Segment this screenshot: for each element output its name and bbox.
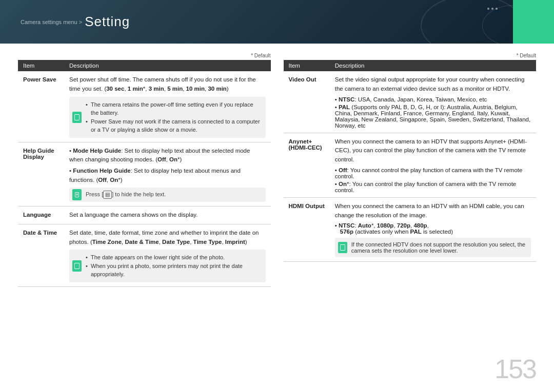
table-row: Video Out Set the video signal output ap… — [284, 71, 537, 133]
breadcrumb: Camera settings menu > — [21, 19, 82, 25]
date-time-note: The date appears on the lower right side… — [69, 250, 266, 282]
item-power-save: Power Save — [18, 71, 64, 142]
table-row: Language Set a language the camera shows… — [18, 206, 271, 224]
right-table: Item Description Video Out Set the video… — [284, 60, 537, 262]
default-label-left: * Default — [18, 53, 271, 58]
left-col-item: Item — [18, 60, 64, 71]
left-col-desc: Description — [64, 60, 271, 71]
table-row: HDMI Output When you connect the camera … — [284, 198, 537, 262]
table-row: Help GuideDisplay • Mode Help Guide: Set… — [18, 142, 271, 206]
hdmi-note: If the connected HDTV does not support t… — [335, 238, 531, 257]
note-icon — [338, 242, 347, 253]
press-hide-box: Press [▤] to hide the help text. — [69, 188, 266, 202]
page-header: Camera settings menu > Setting — [0, 0, 554, 44]
desc-date-time: Set date, time, date format, time zone a… — [64, 224, 271, 286]
note-icon — [72, 260, 82, 272]
desc-anynet: When you connect the camera to an HDTV t… — [330, 133, 536, 197]
desc-help-guide: • Mode Help Guide: Set to display help t… — [64, 142, 271, 206]
right-table-section: * Default Item Description Video Out Set… — [284, 53, 537, 387]
item-anynet: Anynet+(HDMI-CEC) — [284, 133, 330, 197]
item-hdmi: HDMI Output — [284, 198, 330, 262]
default-label-right: * Default — [284, 53, 537, 58]
list-item: When you print a photo, some printers ma… — [86, 262, 261, 279]
press-hide-icon — [72, 189, 82, 200]
desc-video-out: Set the video signal output appropriate … — [330, 71, 536, 133]
press-hide-text: Press [▤] to hide the help text. — [86, 191, 166, 197]
left-table-section: * Default Item Description Power Save Se… — [18, 53, 271, 387]
item-help-guide: Help GuideDisplay — [18, 142, 64, 206]
main-content: * Default Item Description Power Save Se… — [0, 44, 554, 392]
left-table: Item Description Power Save Set power sh… — [18, 60, 271, 287]
desc-power-save: Set power shut off time. The camera shut… — [64, 71, 271, 142]
list-item: The date appears on the lower right side… — [86, 253, 261, 262]
item-language: Language — [18, 206, 64, 224]
table-row: Power Save Set power shut off time. The … — [18, 71, 271, 142]
desc-hdmi: When you connect the camera to an HDTV w… — [330, 198, 536, 262]
header-decoration-2 — [482, 5, 544, 44]
right-col-desc: Description — [330, 60, 536, 71]
header-dots — [487, 8, 498, 10]
list-item: Power Save may not work if the camera is… — [86, 117, 261, 134]
header-decoration-1 — [421, 0, 523, 44]
item-video-out: Video Out — [284, 71, 330, 133]
table-row: Anynet+(HDMI-CEC) When you connect the c… — [284, 133, 537, 197]
item-date-time: Date & Time — [18, 224, 64, 286]
right-col-item: Item — [284, 60, 330, 71]
desc-language: Set a language the camera shows on the d… — [64, 206, 271, 224]
table-row: Date & Time Set date, time, date format,… — [18, 224, 271, 286]
note-icon — [72, 112, 82, 123]
list-item: The camera retains the power-off time se… — [86, 100, 261, 117]
page-title: Setting — [85, 14, 130, 30]
page-number: 153 — [494, 354, 536, 384]
power-save-note: The camera retains the power-off time se… — [69, 97, 266, 138]
